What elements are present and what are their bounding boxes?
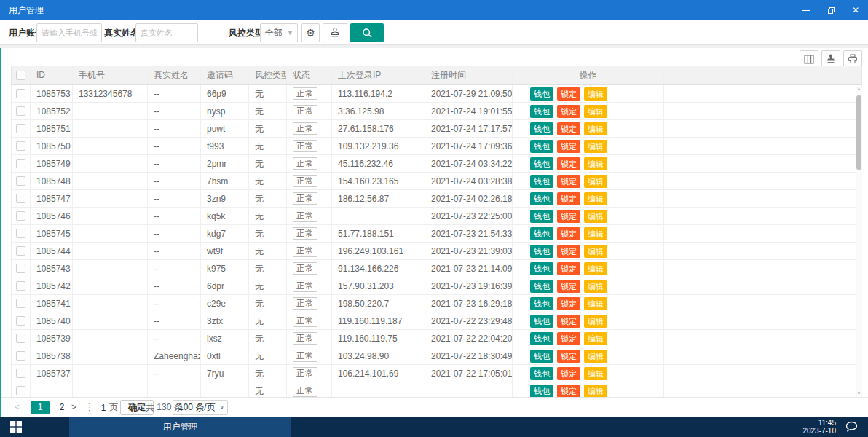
settings-button[interactable]: ⚙ — [301, 23, 320, 42]
wallet-button[interactable]: 钱包 — [530, 105, 553, 118]
edit-button[interactable]: 编辑 — [584, 105, 607, 118]
clock-time: 11:45 — [802, 419, 836, 427]
edit-button[interactable]: 编辑 — [584, 297, 607, 310]
row-checkbox[interactable] — [16, 334, 25, 343]
search-button[interactable] — [350, 23, 384, 42]
lock-button[interactable]: 锁定 — [557, 175, 580, 188]
row-checkbox[interactable] — [16, 194, 25, 203]
minimize-button[interactable] — [794, 0, 818, 20]
checkbox-cell — [12, 260, 31, 277]
next-page-button[interactable]: > — [71, 398, 76, 417]
lock-button[interactable]: 锁定 — [557, 350, 580, 363]
row-checkbox[interactable] — [16, 141, 25, 151]
wallet-button[interactable]: 钱包 — [530, 367, 553, 380]
row-checkbox[interactable] — [16, 229, 25, 238]
edit-button[interactable]: 编辑 — [584, 245, 607, 258]
wallet-button[interactable]: 钱包 — [530, 245, 553, 258]
edit-button[interactable]: 编辑 — [584, 157, 607, 170]
lock-button[interactable]: 锁定 — [557, 140, 580, 153]
lock-button[interactable]: 锁定 — [557, 332, 580, 345]
edit-button[interactable]: 编辑 — [584, 192, 607, 205]
row-checkbox[interactable] — [16, 211, 25, 221]
edit-button[interactable]: 编辑 — [584, 315, 607, 328]
scroll-down-icon[interactable]: ▼ — [856, 391, 862, 395]
edit-button[interactable]: 编辑 — [584, 87, 607, 101]
vertical-scrollbar[interactable]: ▲ ▼ — [856, 87, 862, 395]
wallet-button[interactable]: 钱包 — [530, 315, 553, 328]
realname-input[interactable] — [135, 23, 198, 42]
wallet-button[interactable]: 钱包 — [530, 175, 553, 188]
row-checkbox[interactable] — [16, 281, 25, 291]
cell-filler — [664, 190, 861, 207]
wallet-button[interactable]: 钱包 — [530, 227, 553, 240]
edit-button[interactable]: 编辑 — [584, 227, 607, 240]
select-all-checkbox[interactable] — [16, 71, 25, 80]
lock-button[interactable]: 锁定 — [557, 192, 580, 205]
wallet-button[interactable]: 钱包 — [530, 140, 553, 153]
account-input[interactable] — [36, 23, 102, 42]
lock-button[interactable]: 锁定 — [557, 297, 580, 310]
start-button[interactable] — [10, 421, 22, 436]
taskbar-clock[interactable]: 11:45 2023-7-10 — [802, 419, 836, 435]
wallet-button[interactable]: 钱包 — [530, 262, 553, 275]
lock-button[interactable]: 锁定 — [557, 227, 580, 240]
risk-type-select[interactable]: 全部 ▼ — [260, 23, 298, 42]
lock-button[interactable]: 锁定 — [557, 105, 580, 118]
lock-button[interactable]: 锁定 — [557, 122, 580, 135]
edit-button[interactable]: 编辑 — [584, 122, 607, 135]
edit-button[interactable]: 编辑 — [584, 210, 607, 223]
wallet-button[interactable]: 钱包 — [530, 332, 553, 345]
wallet-button[interactable]: 钱包 — [530, 210, 553, 223]
lock-button[interactable]: 锁定 — [557, 210, 580, 223]
close-button[interactable]: ✕ — [843, 0, 868, 20]
restore-button[interactable] — [818, 0, 843, 20]
wallet-button[interactable]: 钱包 — [530, 385, 553, 397]
row-checkbox[interactable] — [16, 106, 25, 116]
lock-button[interactable]: 锁定 — [557, 262, 580, 275]
edit-button[interactable]: 编辑 — [584, 280, 607, 293]
row-checkbox[interactable] — [16, 369, 25, 378]
row-checkbox[interactable] — [16, 299, 25, 308]
page-button-1[interactable]: 1 — [31, 401, 50, 414]
edit-button[interactable]: 编辑 — [584, 385, 607, 397]
prev-page-button[interactable]: < — [15, 398, 20, 417]
wallet-button[interactable]: 钱包 — [530, 122, 553, 135]
wallet-button[interactable]: 钱包 — [530, 350, 553, 363]
row-checkbox[interactable] — [16, 386, 25, 395]
lock-button[interactable]: 锁定 — [557, 245, 580, 258]
row-checkbox[interactable] — [16, 264, 25, 273]
wallet-button[interactable]: 钱包 — [530, 87, 553, 101]
lock-button[interactable]: 锁定 — [557, 315, 580, 328]
edit-button[interactable]: 编辑 — [584, 175, 607, 188]
chat-icon[interactable] — [845, 421, 858, 435]
row-checkbox[interactable] — [16, 316, 25, 326]
scrollbar-thumb[interactable] — [856, 95, 861, 170]
per-page-select[interactable]: 100 条/页 ∨ — [173, 400, 228, 415]
cell-risk: 无 — [249, 260, 287, 277]
lock-button[interactable]: 锁定 — [557, 280, 580, 293]
cell-risk: 无 — [249, 312, 287, 329]
row-checkbox[interactable] — [16, 124, 25, 133]
lock-button[interactable]: 锁定 — [557, 87, 580, 101]
edit-button[interactable]: 编辑 — [584, 350, 607, 363]
edit-button[interactable]: 编辑 — [584, 262, 607, 275]
wallet-button[interactable]: 钱包 — [530, 192, 553, 205]
stamp-button[interactable] — [323, 23, 347, 42]
taskbar-item-user-management[interactable]: 用户管理 — [69, 417, 291, 437]
row-checkbox[interactable] — [16, 176, 25, 186]
page-button-2[interactable]: 2 — [52, 401, 71, 414]
wallet-button[interactable]: 钱包 — [530, 297, 553, 310]
row-checkbox[interactable] — [16, 351, 25, 361]
edit-button[interactable]: 编辑 — [584, 140, 607, 153]
wallet-button[interactable]: 钱包 — [530, 157, 553, 170]
row-checkbox[interactable] — [16, 89, 25, 98]
wallet-button[interactable]: 钱包 — [530, 280, 553, 293]
lock-button[interactable]: 锁定 — [557, 385, 580, 397]
row-checkbox[interactable] — [16, 246, 25, 256]
lock-button[interactable]: 锁定 — [557, 367, 580, 380]
edit-button[interactable]: 编辑 — [584, 332, 607, 345]
scroll-up-icon[interactable]: ▲ — [856, 87, 862, 91]
lock-button[interactable]: 锁定 — [557, 157, 580, 170]
row-checkbox[interactable] — [16, 159, 25, 168]
edit-button[interactable]: 编辑 — [584, 367, 607, 380]
